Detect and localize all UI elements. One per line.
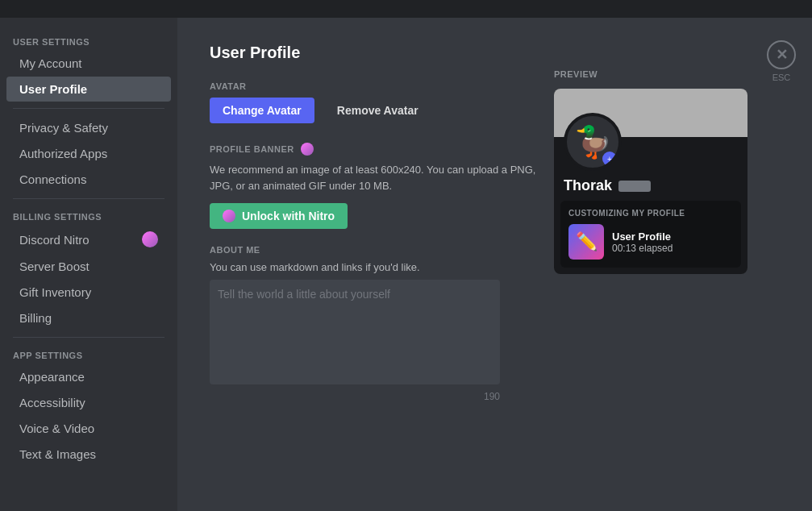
sidebar-item-appearance[interactable]: Appearance bbox=[6, 364, 171, 389]
sidebar-item-connections[interactable]: Connections bbox=[6, 167, 171, 192]
sidebar-item-gift-inventory[interactable]: Gift Inventory bbox=[6, 280, 171, 305]
avatar-label: Avatar bbox=[210, 81, 538, 91]
sidebar-item-label: Server Boost bbox=[19, 260, 90, 273]
sidebar-item-label: Gift Inventory bbox=[19, 285, 91, 299]
customizing-section: Customizing My Profile ✏️ User Profile 0… bbox=[560, 201, 741, 268]
activity-icon: ✏️ bbox=[568, 224, 604, 260]
sidebar-item-label: Authorized Apps bbox=[19, 147, 107, 160]
sidebar-item-discord-nitro[interactable]: Discord Nitro bbox=[6, 226, 171, 253]
esc-label: ESC bbox=[772, 73, 791, 82]
activity-time: 00:13 elapsed bbox=[612, 243, 733, 254]
banner-label-row: Profile Banner bbox=[210, 143, 538, 156]
sidebar-item-label: Voice & Video bbox=[19, 422, 94, 435]
avatar-buttons: Change Avatar Remove Avatar bbox=[210, 98, 538, 123]
change-avatar-button[interactable]: Change Avatar bbox=[210, 98, 314, 123]
sidebar-item-label: My Account bbox=[19, 56, 82, 70]
page-title: User Profile bbox=[210, 44, 538, 62]
sidebar-item-label: User Profile bbox=[19, 82, 87, 96]
sidebar-item-label: Connections bbox=[19, 172, 86, 186]
sidebar-item-privacy-safety[interactable]: Privacy & Safety bbox=[6, 115, 171, 140]
sidebar-item-authorized-apps[interactable]: Authorized Apps bbox=[6, 141, 171, 166]
sidebar-item-label: Text & Images bbox=[19, 447, 96, 461]
unlock-nitro-button[interactable]: Unlock with Nitro bbox=[210, 203, 348, 229]
sidebar-item-label: Privacy & Safety bbox=[19, 121, 108, 135]
profile-card: 🦆 + Thorak Customizing My Profile ✏️ bbox=[554, 89, 747, 274]
main-layout: User Settings My Account User Profile Pr… bbox=[0, 18, 812, 511]
sidebar-item-label: Billing bbox=[19, 311, 52, 325]
activity-icon-emoji: ✏️ bbox=[576, 231, 598, 252]
profile-banner-section: Profile Banner We recommend an image of … bbox=[210, 143, 538, 229]
sidebar-item-label: Appearance bbox=[19, 370, 85, 384]
close-button-area: ✕ ESC bbox=[767, 40, 796, 82]
remove-avatar-button[interactable]: Remove Avatar bbox=[324, 98, 431, 123]
activity-info: User Profile 00:13 elapsed bbox=[612, 231, 733, 254]
top-bar bbox=[0, 0, 812, 18]
customizing-label: Customizing My Profile bbox=[568, 209, 733, 218]
sidebar-divider-3 bbox=[13, 337, 164, 338]
preview-panel: Preview 🦆 + Thorak Customizing M bbox=[538, 44, 780, 402]
activity-row: ✏️ User Profile 00:13 elapsed bbox=[568, 224, 733, 260]
sidebar-item-accessibility[interactable]: Accessibility bbox=[6, 390, 171, 415]
sidebar-item-server-boost[interactable]: Server Boost bbox=[6, 254, 171, 279]
sidebar-item-text-images[interactable]: Text & Images bbox=[6, 442, 171, 467]
sidebar: User Settings My Account User Profile Pr… bbox=[0, 18, 177, 511]
profile-username: Thorak bbox=[554, 177, 747, 201]
sidebar-item-label: Discord Nitro bbox=[19, 233, 90, 247]
about-me-section: About Me You can use markdown and links … bbox=[210, 245, 538, 402]
char-count: 190 bbox=[210, 391, 500, 402]
unlock-nitro-label: Unlock with Nitro bbox=[242, 210, 335, 222]
about-me-label: About Me bbox=[210, 245, 538, 255]
nitro-circle-icon bbox=[301, 143, 314, 156]
about-me-textarea[interactable] bbox=[210, 280, 500, 384]
profile-card-avatar-area: 🦆 + bbox=[554, 113, 747, 171]
sidebar-item-my-account[interactable]: My Account bbox=[6, 51, 171, 76]
sidebar-item-voice-video[interactable]: Voice & Video bbox=[6, 416, 171, 441]
sidebar-item-label: Accessibility bbox=[19, 396, 85, 409]
banner-hint: We recommend an image of at least 600x24… bbox=[210, 162, 538, 193]
preview-label: Preview bbox=[554, 69, 764, 79]
username-tag-blur bbox=[618, 181, 651, 192]
close-icon: ✕ bbox=[776, 46, 788, 64]
nitro-btn-icon bbox=[223, 210, 235, 222]
avatar-upload-icon: + bbox=[602, 152, 617, 166]
app-settings-label: App Settings bbox=[0, 344, 177, 364]
about-me-hint: You can use markdown and links if you'd … bbox=[210, 261, 538, 273]
avatar: 🦆 + bbox=[564, 113, 622, 171]
user-settings-label: User Settings bbox=[0, 31, 177, 50]
sidebar-divider-2 bbox=[13, 198, 164, 199]
main-content: ✕ ESC User Profile Avatar Change Avatar … bbox=[177, 18, 812, 511]
sidebar-item-billing[interactable]: Billing bbox=[6, 305, 171, 330]
activity-title: User Profile bbox=[612, 231, 733, 243]
sidebar-item-user-profile[interactable]: User Profile bbox=[6, 77, 171, 102]
sidebar-divider bbox=[13, 108, 164, 109]
profile-banner-label: Profile Banner bbox=[210, 144, 294, 154]
billing-settings-label: Billing Settings bbox=[0, 206, 177, 225]
nitro-badge-icon bbox=[142, 231, 158, 247]
close-button[interactable]: ✕ bbox=[767, 40, 796, 69]
